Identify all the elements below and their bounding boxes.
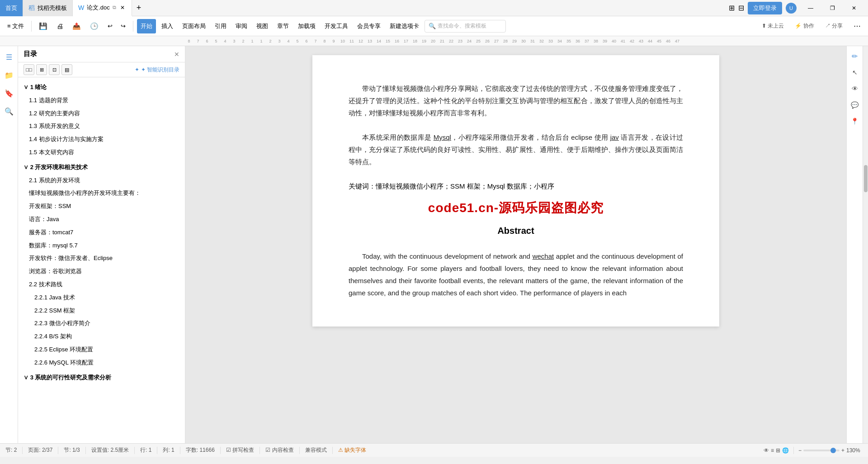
zoom-thumb[interactable] xyxy=(830,448,836,453)
more-button[interactable]: ⋯ xyxy=(850,20,864,32)
toc-tool-2[interactable]: ⊞ xyxy=(36,64,47,75)
share-button[interactable]: ↗ 分享 xyxy=(821,20,846,32)
grid-icon[interactable]: ⊟ xyxy=(738,4,744,12)
status-missingfont[interactable]: ⚠ 缺失字体 xyxy=(338,446,366,454)
minimize-button[interactable]: — xyxy=(800,0,821,16)
right-select-btn[interactable]: ↖ xyxy=(849,66,861,79)
tab-template[interactable]: 稻 找稻壳模板 xyxy=(23,0,73,16)
folder-icon-btn[interactable]: 📁 xyxy=(2,68,16,82)
toc-tool-4[interactable]: ▤ xyxy=(61,64,72,75)
toc-item-2-2-3[interactable]: 2.2.3 微信小程序简介 xyxy=(18,317,185,330)
save-icon-btn[interactable]: 💾 xyxy=(35,19,51,33)
sidebar-close-button[interactable]: ✕ xyxy=(174,51,179,58)
export-icon-btn[interactable]: 📤 xyxy=(69,19,85,33)
watermark-text: code51.cn-源码乐园盗图必究 xyxy=(349,199,683,217)
restore-button[interactable]: ❐ xyxy=(822,0,843,16)
sidebar: 目录 ✕ □□ ⊞ ⊡ ▤ ✦ ✦ 智能识别目录 ∨ 1 绪论 1.1 选题的背… xyxy=(18,46,185,443)
undo-button[interactable]: ↩ xyxy=(104,19,116,33)
toc-item-2-2-2[interactable]: 2.2.2 SSM 框架 xyxy=(18,304,185,317)
toc-item-2-2-6[interactable]: 2.2.6 MySQL 环境配置 xyxy=(18,356,185,369)
toc-item-2-desc[interactable]: 懂球短视频微信小程序的开发环境主要有： xyxy=(18,187,185,200)
start-tab[interactable]: 开始 xyxy=(137,19,156,33)
status-sep-2 xyxy=(58,447,58,454)
view-icon-2[interactable]: ≡ xyxy=(771,447,774,454)
right-location-btn[interactable]: 📍 xyxy=(849,115,861,128)
status-right: 👁 ≡ ⊞ 🌐 − + 130% xyxy=(764,447,863,454)
search-icon-btn[interactable]: 🔍 xyxy=(2,104,16,118)
toc-item-2-2-5[interactable]: 2.2.5 Eclipse 环境配置 xyxy=(18,343,185,356)
doc-icon: W xyxy=(78,4,84,11)
view-icon-1[interactable]: 👁 xyxy=(764,447,769,454)
reference-tab[interactable]: 引用 xyxy=(211,19,230,33)
toc-item-2-2-5-label: 2.2.5 Eclipse 环境配置 xyxy=(34,346,93,353)
view-icon-3[interactable]: ⊞ xyxy=(776,447,780,454)
file-menu-button[interactable]: ≡ 文件 xyxy=(4,19,28,33)
devtools-tab[interactable]: 开发工具 xyxy=(321,19,352,33)
right-comment-btn[interactable]: 💬 xyxy=(849,99,861,111)
toc-item-1-3[interactable]: 1.3 系统开发的意义 xyxy=(18,120,185,133)
layout-icon[interactable]: ⊞ xyxy=(729,4,735,12)
newtab-tab[interactable]: 新建选项卡 xyxy=(386,19,423,33)
toc-item-1-4[interactable]: 1.4 初步设计方法与实施方案 xyxy=(18,133,185,146)
collab-button[interactable]: ⚡ 协作 xyxy=(791,20,817,32)
doc-tab-restore[interactable]: ⧉ xyxy=(113,5,116,10)
toc-item-2-2-4[interactable]: 2.2.4 B/S 架构 xyxy=(18,330,185,343)
right-edit-btn[interactable]: ✏ xyxy=(849,50,861,62)
zoom-plus[interactable]: + xyxy=(841,447,844,454)
toc-icon-btn[interactable]: ☰ xyxy=(2,50,16,64)
left-icon-bar: ☰ 📁 🔖 🔍 xyxy=(0,46,18,443)
view-tab[interactable]: 视图 xyxy=(253,19,272,33)
toc-item-2-lang[interactable]: 语言：Java xyxy=(18,213,185,226)
doc-tab-close[interactable]: ✕ xyxy=(119,4,126,11)
zoom-slider[interactable] xyxy=(803,450,840,451)
template-tab-label: 找稻壳模板 xyxy=(38,4,67,12)
toolbar-search[interactable]: 🔍 查找命令、搜索模板 xyxy=(425,20,506,33)
toc-tool-1[interactable]: □□ xyxy=(24,64,34,75)
col-label: 列: 1 xyxy=(163,446,174,454)
toc-item-1-1-label: 1.1 选题的背景 xyxy=(29,97,68,104)
tab-home[interactable]: 首页 xyxy=(0,0,23,16)
view-icon-4[interactable]: 🌐 xyxy=(782,447,789,454)
user-avatar[interactable]: U xyxy=(786,3,797,14)
toc-item-1-1[interactable]: 1.1 选题的背景 xyxy=(18,94,185,107)
chapter-tab[interactable]: 章节 xyxy=(274,19,292,33)
toc-item-3[interactable]: ∨ 3 系统的可行性研究及需求分析 xyxy=(18,371,185,384)
scrollbar[interactable] xyxy=(863,46,868,443)
register-button[interactable]: 立即登录 xyxy=(748,2,782,14)
toc-item-2[interactable]: ∨ 2 开发环境和相关技术 xyxy=(18,161,185,174)
history-icon-btn[interactable]: 🕒 xyxy=(86,19,102,33)
status-contentcheck[interactable]: ☑ 内容检查 xyxy=(265,446,293,454)
toc-tool-3[interactable]: ⊡ xyxy=(49,64,60,75)
insert-tab[interactable]: 插入 xyxy=(158,19,177,33)
scrollbar-thumb[interactable] xyxy=(864,165,868,192)
zoom-minus[interactable]: − xyxy=(798,447,802,454)
toc-item-1-2[interactable]: 1.2 研究的主要内容 xyxy=(18,107,185,120)
toc-item-2-db[interactable]: 数据库：mysql 5.7 xyxy=(18,239,185,252)
toc-item-2-server[interactable]: 服务器：tomcat7 xyxy=(18,226,185,239)
ai-recognize-button[interactable]: ✦ ✦ 智能识别目录 xyxy=(135,66,179,74)
redo-button[interactable]: ↪ xyxy=(117,19,129,33)
vip-tab[interactable]: 会员专享 xyxy=(354,19,384,33)
zoom-level[interactable]: 130% xyxy=(846,447,863,454)
review-tab[interactable]: 审阅 xyxy=(232,19,251,33)
page-layout-tab[interactable]: 页面布局 xyxy=(179,19,209,33)
toc-item-1-5[interactable]: 1.5 本文研究内容 xyxy=(18,146,185,159)
new-tab-button[interactable]: + xyxy=(132,0,146,16)
toc-item-1[interactable]: ∨ 1 绪论 xyxy=(18,81,185,94)
right-eye-btn[interactable]: 👁 xyxy=(849,82,861,95)
toc-item-2-2-1[interactable]: 2.2.1 Java 技术 xyxy=(18,291,185,304)
missingfont-label: ⚠ 缺失字体 xyxy=(338,446,366,454)
toc-item-2-2[interactable]: 2.2 技术路线 xyxy=(18,278,185,291)
addons-tab[interactable]: 加载项 xyxy=(294,19,319,33)
cloud-button[interactable]: ⬆ 未上云 xyxy=(758,20,788,32)
document-area[interactable]: 带动了懂球短视频微信小程序分享网站，它彻底改变了过去传统的管理方式，不仅使服务管… xyxy=(185,46,846,443)
bookmark-icon-btn[interactable]: 🔖 xyxy=(2,86,16,100)
toc-item-2-browser[interactable]: 浏览器：谷歌浏览器 xyxy=(18,265,185,278)
status-spellcheck[interactable]: ☑ 拼写检查 xyxy=(226,446,254,454)
toc-item-2-1[interactable]: 2.1 系统的开发环境 xyxy=(18,174,185,187)
tab-doc[interactable]: W 论文.doc ⧉ ✕ xyxy=(73,0,132,16)
print-icon-btn[interactable]: 🖨 xyxy=(53,19,67,33)
toc-item-2-software[interactable]: 开发软件：微信开发者、Eclipse xyxy=(18,252,185,265)
close-button[interactable]: ✕ xyxy=(844,0,864,16)
toc-item-2-fw[interactable]: 开发框架：SSM xyxy=(18,200,185,213)
